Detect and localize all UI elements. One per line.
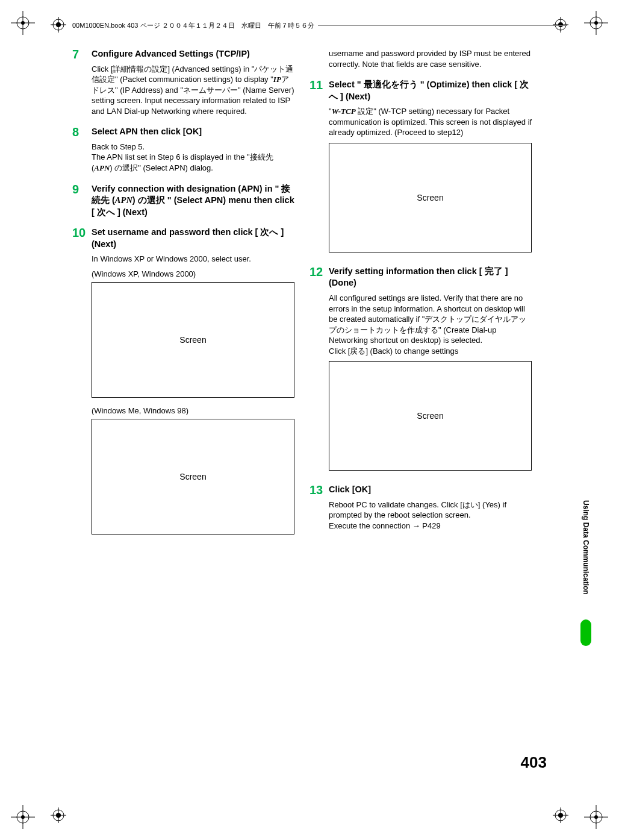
step-title: Click [OK] [329,484,532,496]
step-number: 11 [310,79,329,261]
step-description: Back to Step 5.The APN list set in Step … [92,142,295,174]
caption: (Windows Me, Windows 98) [92,406,295,415]
page-number: 403 [521,753,547,772]
registration-mark-icon [51,807,66,823]
section-tab-indicator [580,619,591,646]
step-description: Click [詳細情報の設定] (Advanced settings) in "… [92,64,295,117]
right-column: username and password provided by ISP mu… [310,48,532,548]
step-number-empty [310,48,329,74]
step-description: All configured settings are listed. Veri… [329,293,532,356]
step-number: 9 [72,183,92,222]
step-12: 12 Verify setting information then click… [310,266,532,479]
left-column: 7 Configure Advanced Settings (TCP/IP) C… [72,48,295,548]
crop-mark-icon [11,11,35,35]
screen-label: Screen [179,472,206,481]
step-9: 9 Verify connection with designation (AP… [72,183,295,222]
step-number: 13 [310,484,329,536]
registration-mark-icon [553,807,568,823]
caption: (Windows XP, Windows 2000) [92,269,295,278]
step-number: 8 [72,126,92,178]
step-title: Set username and password then click [ 次… [92,227,295,250]
screenshot-placeholder: Screen [329,361,532,471]
screen-label: Screen [417,411,443,421]
screenshot-placeholder: Screen [92,282,294,398]
step-10-cont: username and password provided by ISP mu… [310,48,532,74]
step-number: 7 [72,48,92,121]
screenshot-placeholder: Screen [92,419,294,534]
print-header: 00M1000EN.book 403 ページ ２００４年１１月２４日 水曜日 午… [48,20,571,30]
step-11: 11 Select " 最適化を行う " (Optimize) then cli… [310,79,532,261]
step-title: Verify setting information then click [ … [329,266,532,289]
step-10: 10 Set username and password then click … [72,227,295,543]
crop-mark-icon [584,805,608,829]
step-number: 10 [72,227,92,543]
step-description: "W-TCP 設定" (W-TCP setting) necessary for… [329,106,532,138]
step-7: 7 Configure Advanced Settings (TCP/IP) C… [72,48,295,121]
step-8: 8 Select APN then click [OK] Back to Ste… [72,126,295,178]
screen-label: Screen [417,193,443,202]
print-header-text: 00M1000EN.book 403 ページ ２００４年１１月２４日 水曜日 午… [72,21,314,30]
step-title: Select " 最適化を行う " (Optimize) then click … [329,79,532,102]
screenshot-placeholder: Screen [329,143,532,252]
step-number: 12 [310,266,329,479]
step-description: In Windows XP or Windows 2000, select us… [92,254,295,265]
step-title: Configure Advanced Settings (TCP/IP) [92,48,295,60]
step-description: username and password provided by ISP mu… [329,48,532,69]
step-description: Reboot PC to validate changes. Click [はい… [329,500,532,531]
step-13: 13 Click [OK] Reboot PC to validate chan… [310,484,532,536]
crop-mark-icon [11,805,35,829]
crop-mark-icon [584,11,608,35]
step-title: Select APN then click [OK] [92,126,295,138]
section-tab: Using Data Communication [582,500,590,595]
page-content: 7 Configure Advanced Settings (TCP/IP) C… [72,48,554,548]
step-title: Verify connection with designation (APN)… [92,183,295,219]
screen-label: Screen [179,335,206,345]
